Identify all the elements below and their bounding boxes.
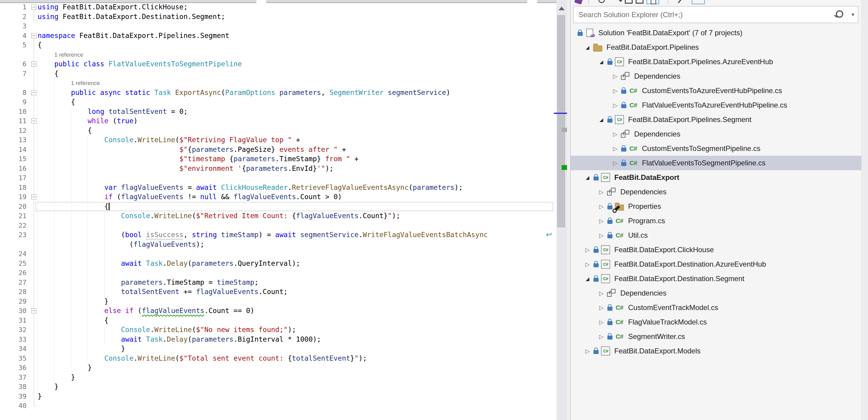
fold-collapse-icon[interactable]: [31, 308, 36, 313]
tree-item[interactable]: ▷C#Program.cs: [571, 214, 868, 228]
code-line[interactable]: 29 }: [0, 297, 557, 306]
tree-item[interactable]: ▷C#CustomEventsToSegmentPipeline.cs: [571, 141, 868, 156]
code-line[interactable]: 34 }: [0, 344, 557, 354]
tree-item[interactable]: ∞Solution 'FeatBit.DataExport' (7 of 7 p…: [571, 26, 867, 40]
code-line[interactable]: 39}: [0, 392, 557, 401]
expanded-arrow-icon[interactable]: ◢: [583, 276, 592, 282]
code-line[interactable]: 13 Console.WriteLine($"Retriving FlagVal…: [0, 135, 557, 145]
expanded-arrow-icon[interactable]: ◢: [583, 45, 592, 50]
scroll-up-arrow-icon[interactable]: [559, 7, 565, 10]
tree-item[interactable]: ▷Properties: [571, 199, 868, 214]
code-line[interactable]: 12 {: [0, 126, 557, 136]
code-line-wrap[interactable]: (flagValueEvents);: [0, 240, 557, 249]
code-line[interactable]: 38 }: [0, 382, 557, 392]
search-input[interactable]: [578, 7, 820, 22]
tree-item[interactable]: ▷C#FeatBit.DataExport.Models: [571, 344, 868, 358]
tree-item[interactable]: ▷C#FeatBit.DataExport.Destination.AzureE…: [571, 257, 868, 272]
code-line[interactable]: 4namespace FeatBit.DataExport.Pipelines.…: [0, 31, 557, 41]
search-options-caret-icon[interactable]: ▾: [851, 11, 854, 18]
expanded-arrow-icon[interactable]: ◢: [597, 59, 606, 65]
tree-item[interactable]: ◢C#FeatBit.DataExport.Pipelines.Segment: [571, 112, 868, 127]
tree-item[interactable]: ▷C#SegmentWriter.cs: [571, 329, 868, 344]
fold-collapse-icon[interactable]: [31, 194, 36, 199]
tree-item[interactable]: ▷C#CustomEventTrackModel.cs: [571, 300, 868, 315]
code-line[interactable]: 8 public async static Task ExportAsync(P…: [0, 88, 557, 97]
vs-purple-icon[interactable]: [574, 0, 583, 4]
collapsed-arrow-icon[interactable]: ▷: [597, 203, 606, 210]
collapsed-arrow-icon[interactable]: ▷: [583, 247, 592, 253]
code-line[interactable]: 30 else if (flagValueEvents.Count == 0): [0, 306, 557, 316]
tree-item[interactable]: ▷C#FlatValueEventsToAzureEventHubPipelin…: [571, 98, 868, 112]
code-line[interactable]: 16 $"environment '{parameters.EnvId}'");: [0, 164, 557, 173]
scrollbar-thumb[interactable]: [557, 15, 565, 227]
collapsed-arrow-icon[interactable]: ▷: [597, 189, 606, 195]
collapsed-arrow-icon[interactable]: ▷: [583, 348, 592, 354]
collapsed-arrow-icon[interactable]: ▷: [597, 319, 606, 326]
code-line[interactable]: 11 while (true): [0, 116, 557, 126]
code-line[interactable]: 18 var flagValueEvents = await ClickHous…: [0, 183, 557, 193]
collapsed-arrow-icon[interactable]: ▷: [583, 261, 592, 268]
code-line[interactable]: 1using FeatBit.DataExport.ClickHouse;: [0, 2, 557, 12]
code-line[interactable]: 3: [0, 21, 557, 31]
code-line[interactable]: 10 long totalSentEvent = 0;: [0, 107, 557, 117]
code-line[interactable]: 6 public class FlatValueEventsToSegmentP…: [0, 59, 557, 69]
code-line[interactable]: 22: [0, 221, 557, 230]
tree-item[interactable]: ▷C#FeatBit.DataExport.ClickHouse: [571, 243, 868, 257]
code-line[interactable]: 35 Console.WriteLine($"Total sent event …: [0, 354, 557, 363]
sync-with-active-document-button[interactable]: [647, 0, 659, 4]
tree-item[interactable]: ◢FeatBit.DataExport.Pipelines: [571, 40, 868, 55]
code-line[interactable]: 33 await Task.Delay(parameters.BigInterv…: [0, 335, 557, 344]
fold-collapse-icon[interactable]: [31, 118, 36, 123]
panel-splitter[interactable]: [567, 0, 571, 420]
code-line[interactable]: 26: [0, 268, 557, 278]
search-box[interactable]: ▾: [573, 6, 858, 23]
editor-scrollbar[interactable]: [557, 0, 567, 420]
collapsed-arrow-icon[interactable]: ▷: [611, 131, 620, 137]
tree-item[interactable]: ◢C#FeatBit.DataExport: [571, 170, 868, 185]
code-line[interactable]: 23 (bool isSuccess, string timeStamp) = …: [0, 230, 557, 240]
tree-item[interactable]: ▷Dependencies: [571, 69, 868, 83]
code-line[interactable]: 17: [0, 173, 557, 183]
fold-collapse-icon[interactable]: [31, 4, 36, 10]
code-editor[interactable]: 1using FeatBit.DataExport.ClickHouse;2us…: [0, 0, 557, 420]
code-line[interactable]: 25 await Task.Delay(parameters.QueryInte…: [0, 259, 557, 269]
fold-collapse-icon[interactable]: [31, 90, 36, 95]
code-line[interactable]: 40: [0, 401, 557, 411]
collapsed-arrow-icon[interactable]: ▷: [611, 73, 620, 80]
code-line[interactable]: 5{: [0, 40, 557, 50]
expanded-arrow-icon[interactable]: ◢: [597, 117, 606, 122]
code-line[interactable]: 9 {: [0, 97, 557, 107]
refresh-icon[interactable]: [598, 0, 605, 3]
pencil-icon[interactable]: [678, 0, 683, 3]
code-line[interactable]: 7 {: [0, 69, 557, 79]
code-line[interactable]: 20 {: [0, 202, 557, 212]
document-icon[interactable]: [636, 0, 644, 4]
code-line[interactable]: 21 Console.WriteLine($"Retrived Item Cou…: [0, 211, 557, 221]
collapsed-arrow-icon[interactable]: ▷: [611, 145, 620, 152]
collapsed-arrow-icon[interactable]: ▷: [611, 160, 620, 166]
document-icon[interactable]: [625, 0, 633, 4]
fold-collapse-icon[interactable]: [31, 33, 36, 38]
tree-item[interactable]: ▷Dependencies: [571, 185, 868, 199]
expanded-arrow-icon[interactable]: ◢: [583, 175, 592, 180]
codelens-references[interactable]: 1 reference: [71, 78, 100, 88]
collapsed-arrow-icon[interactable]: ▷: [611, 87, 620, 94]
code-line[interactable]: 28 totalSentEvent += flagValueEvents.Cou…: [0, 287, 557, 297]
dropdown-caret-icon[interactable]: [619, 0, 622, 2]
explorer-scroll-strip[interactable]: [861, 0, 868, 420]
collapsed-arrow-icon[interactable]: ▷: [611, 102, 620, 109]
tree-item[interactable]: ▷C#FlagValueTrackModel.cs: [571, 315, 868, 329]
code-line[interactable]: 24: [0, 249, 557, 259]
tree-item[interactable]: ▷C#CustomEventsToAzureEventHubPipeline.c…: [571, 83, 868, 98]
collapsed-arrow-icon[interactable]: ▷: [597, 218, 606, 224]
tree-item[interactable]: ▷C#Util.cs: [571, 228, 868, 243]
tree-item[interactable]: ▷C#FlatValueEventsToSegmentPipeline.cs: [571, 156, 868, 170]
collapsed-arrow-icon[interactable]: ▷: [597, 232, 606, 239]
code-line[interactable]: 19 if (flagValueEvents != null && flagVa…: [0, 192, 557, 202]
code-line[interactable]: 14 $"{parameters.PageSize} events after …: [0, 145, 557, 155]
collapsed-arrow-icon[interactable]: ▷: [597, 333, 606, 340]
preview-selected-items-button[interactable]: [692, 0, 705, 4]
code-line[interactable]: 31 {: [0, 316, 557, 326]
collapsed-arrow-icon[interactable]: ▷: [597, 290, 606, 297]
code-line[interactable]: 36 }: [0, 363, 557, 373]
